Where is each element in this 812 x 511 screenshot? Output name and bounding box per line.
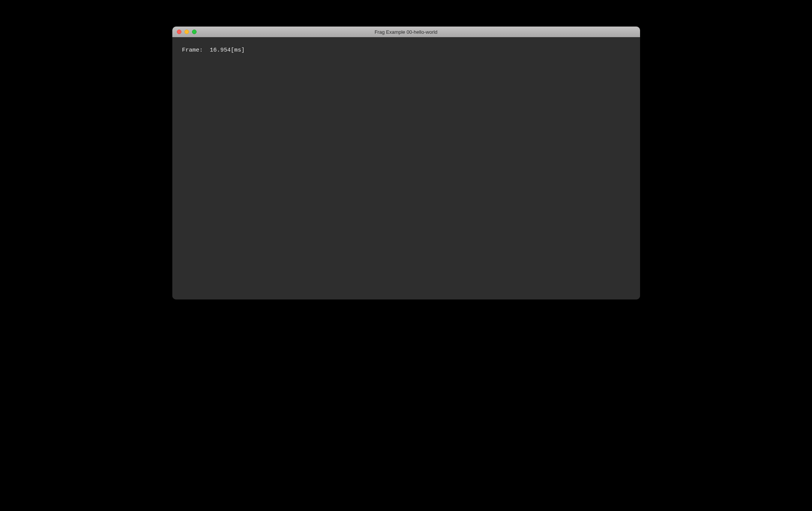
frame-info-text: Frame: 16.954[ms] <box>182 47 245 53</box>
title-bar[interactable]: Frag Example 00-hello-world <box>172 27 640 37</box>
window-content: Frame: 16.954[ms] <box>172 37 640 299</box>
maximize-icon[interactable] <box>192 30 197 34</box>
traffic-lights <box>172 30 197 34</box>
window-title: Frag Example 00-hello-world <box>172 29 640 35</box>
app-window: Frag Example 00-hello-world Frame: 16.95… <box>172 27 640 299</box>
close-icon[interactable] <box>177 30 181 34</box>
minimize-icon[interactable] <box>184 30 189 34</box>
